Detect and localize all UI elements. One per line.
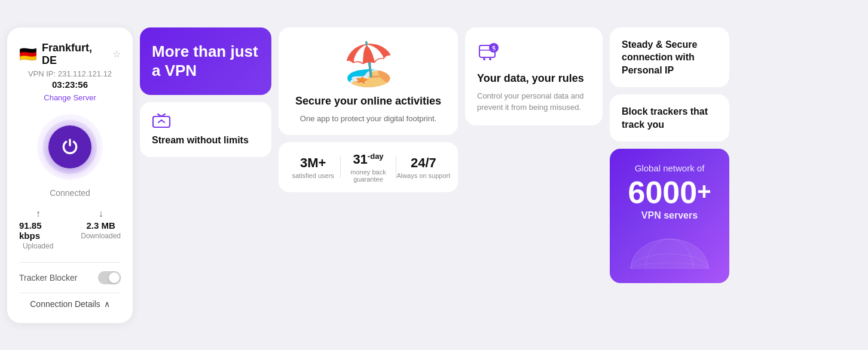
stat-support: 24/7 Always on support (396, 155, 451, 179)
stream-label: Stream without limits (152, 134, 249, 147)
column-5: Steady & Secure connection with Personal… (610, 27, 729, 283)
svg-point-5 (489, 58, 491, 60)
stat-support-label: Always on support (396, 172, 451, 179)
network-number: 6000+ (628, 176, 711, 210)
divider-2 (19, 293, 121, 293)
beach-card: 🏖️ Secure your online activities One app… (279, 27, 458, 135)
vpn-ip: VPN IP: 231.112.121.12 (28, 69, 112, 78)
secure-subtitle: One app to protect your digital footprin… (300, 114, 436, 123)
download-stat: ↓ 2.3 MB Downloaded (81, 208, 121, 250)
stat-guarantee: 31-day money back guarantee (341, 152, 395, 183)
vpn-card: 🇩🇪 Frankfurt, DE ☆ VPN IP: 231.112.121.1… (7, 27, 133, 323)
network-title: Global network of (635, 163, 705, 173)
vpn-stats: ↑ 91.85 kbps Uploaded ↓ 2.3 MB Downloade… (19, 208, 121, 250)
change-server-link[interactable]: Change Server (44, 93, 96, 102)
beach-emoji: 🏖️ (343, 39, 395, 88)
steady-secure-card: Steady & Secure connection with Personal… (610, 27, 729, 88)
stat-guarantee-number: 31-day (341, 152, 395, 167)
vpn-header: 🇩🇪 Frankfurt, DE ☆ (19, 42, 121, 67)
column-2: 🏖️ Secure your online activities One app… (279, 27, 458, 283)
vpn-location: Frankfurt, DE (42, 42, 108, 67)
download-value: 2.3 MB (86, 220, 115, 231)
connected-label: Connected (50, 188, 90, 198)
stat-support-number: 24/7 (396, 155, 451, 171)
chevron-up-icon: ∧ (104, 299, 110, 309)
power-button[interactable] (48, 125, 91, 168)
svg-point-4 (483, 58, 485, 60)
column-4: $ Your data, your rules Control your per… (465, 27, 603, 283)
stat-users-number: 3M+ (286, 155, 340, 171)
tracker-label: Tracker Blocker (19, 273, 78, 283)
svg-text:$: $ (492, 45, 496, 52)
upload-label: Uploaded (23, 242, 53, 250)
globe-container (622, 227, 717, 269)
data-rules-card: $ Your data, your rules Control your per… (465, 27, 603, 125)
data-rules-desc: Control your personal data and prevent i… (477, 90, 591, 113)
connection-details-row[interactable]: Connection Details ∧ (30, 299, 110, 309)
stream-card: Stream without limits (140, 102, 271, 158)
star-icon[interactable]: ☆ (112, 48, 121, 60)
main-layout: More than just a VPN Stream without limi… (7, 27, 861, 323)
svg-rect-0 (153, 116, 170, 127)
network-plus: + (697, 178, 711, 204)
steady-secure-title: Steady & Secure connection with Personal… (622, 38, 717, 77)
stat-users-label: satisfied users (286, 172, 340, 179)
vpn-timer: 03:23:56 (52, 79, 88, 90)
power-ring (37, 114, 103, 180)
stat-guarantee-label: money back guarantee (341, 168, 395, 183)
upload-value: 91.85 kbps (19, 220, 57, 241)
vpn-panel-column: 🇩🇪 Frankfurt, DE ☆ VPN IP: 231.112.121.1… (7, 27, 133, 323)
data-rules-title: Your data, your rules (477, 72, 591, 85)
block-trackers-title: Block trackers that track you (622, 105, 717, 131)
upload-stat: ↑ 91.85 kbps Uploaded (19, 208, 57, 250)
column-1: More than just a VPN Stream without limi… (140, 27, 271, 283)
network-sub: VPN servers (641, 210, 698, 221)
secure-title: Secure your online activities (295, 94, 441, 108)
network-card: Global network of 6000+ VPN servers (610, 149, 729, 283)
more-than-vpn-title: More than just a VPN (152, 42, 259, 81)
globe-icon (628, 227, 711, 269)
flag-icon: 🇩🇪 (19, 46, 37, 63)
download-label: Downloaded (81, 232, 121, 240)
tracker-row: Tracker Blocker (19, 271, 121, 284)
connection-details-label: Connection Details (30, 299, 100, 309)
stream-icon (152, 113, 171, 130)
tracker-toggle[interactable] (98, 271, 121, 284)
divider-1 (19, 262, 121, 263)
download-arrow-icon: ↓ (99, 208, 103, 219)
cart-icon: $ (477, 39, 591, 67)
more-than-vpn-card: More than just a VPN (140, 27, 271, 95)
stat-users: 3M+ satisfied users (286, 155, 340, 179)
stats-card: 3M+ satisfied users 31-day money back gu… (279, 142, 458, 192)
block-trackers-card: Block trackers that track you (610, 94, 729, 142)
upload-arrow-icon: ↑ (36, 208, 41, 219)
